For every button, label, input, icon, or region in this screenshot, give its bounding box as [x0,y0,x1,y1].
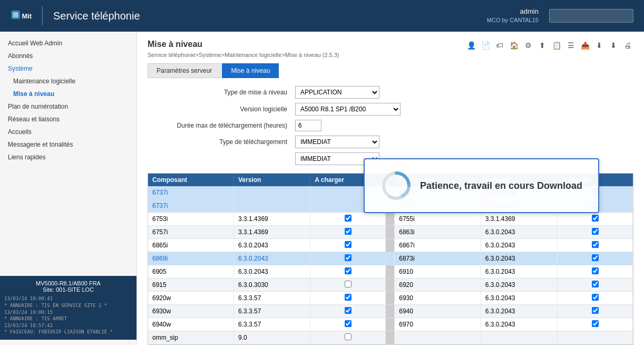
left-ver-2: 3.3.1.4369 [234,213,310,226]
sidebar-item-maintenance[interactable]: Maintenance logicielle [0,75,136,88]
checkbox-right-8[interactable] [592,294,599,301]
checkbox-right-2[interactable] [592,215,599,222]
checkbox-right-7[interactable] [592,281,599,287]
left-cb-5[interactable] [310,252,386,265]
left-comp-1: 6737i [148,199,234,213]
left-cb-10[interactable] [310,318,386,331]
home-icon[interactable]: 🏠 [508,40,520,51]
upload-icon[interactable]: ⬆ [536,40,548,51]
checkbox-right-3[interactable] [592,228,599,235]
toolbar-icons: 👤 📄 🏷 🏠 ⚙ ⬆ 📋 ☰ 📤 ⬇ ⬇ 🖨 [465,40,633,51]
right-cb-5[interactable] [558,252,633,265]
sidebar-item-abonnes[interactable]: Abonnés [0,50,136,62]
user-icon[interactable]: 👤 [465,40,477,51]
left-cb-9[interactable] [310,305,386,318]
left-cb-6[interactable] [310,265,386,279]
right-cb-9[interactable] [558,305,633,318]
doc-icon[interactable]: 📄 [480,40,491,51]
user-info: admin MCO by CANTAL15 [487,7,539,25]
sidebar-item-plan[interactable]: Plan de numérotation [0,100,136,113]
right-cb-2[interactable] [558,213,633,226]
checkbox-right-5[interactable] [592,254,599,261]
checkbox-left-2[interactable] [345,215,352,222]
left-ver-5: 6.3.0.2043 [234,252,310,265]
control-duree [295,120,321,131]
sidebar-item-liens[interactable]: Liens rapides [0,151,136,164]
select-version-logicielle[interactable]: A5000 R8.1 SP1 /B200 [295,103,401,116]
tab-mise-a-niveau[interactable]: Mise à niveau [222,63,279,78]
log-entries: 13/03/24 19:00:41 * ANNUAIRE : TIS EN SE… [4,295,132,336]
right-cb-7[interactable] [558,279,633,292]
list-icon[interactable]: ☰ [565,40,577,51]
export-icon[interactable]: 📤 [579,40,591,51]
left-cb-2[interactable] [310,213,386,226]
right-cb-10[interactable] [558,318,633,331]
right-comp-6: 6910 [395,265,481,279]
download2-icon[interactable]: ⬇ [608,40,619,51]
form-row-duree: Durée max de téléchargement (heures) [148,120,633,131]
settings-icon[interactable]: ⚙ [522,40,534,51]
sidebar-item-reseau[interactable]: Réseau et liaisons [0,113,136,126]
left-comp-3: 6757i [148,226,234,239]
left-ver-1 [234,199,310,213]
label-type: Type de mise à niveau [148,89,295,96]
left-cb-11[interactable] [310,331,386,344]
left-cb-3[interactable] [310,226,386,239]
print-icon[interactable]: 🖨 [622,40,633,51]
sidebar-item-mise-a-niveau[interactable]: Mise à niveau [0,88,136,100]
form-row-version: Version logicielle A5000 R8.1 SP1 /B200 [148,103,633,116]
checkbox-right-10[interactable] [592,320,599,327]
select-type-telechargement[interactable]: IMMEDIAT [295,136,379,148]
right-cb-6[interactable] [558,265,633,279]
right-comp-7: 6920 [395,279,481,292]
left-comp-8: 6920w [148,292,234,305]
right-cb-3[interactable] [558,226,633,239]
right-cb-8[interactable] [558,292,633,305]
input-duree[interactable] [295,120,321,131]
right-ver-4: 6.3.0.2043 [481,239,557,252]
left-ver-6: 6.3.0.2043 [234,265,310,279]
checkbox-left-8[interactable] [345,294,352,301]
checkbox-left-4[interactable] [345,241,352,248]
download-icon[interactable]: ⬇ [593,40,605,51]
left-cb-8[interactable] [310,292,386,305]
left-comp-10: 6940w [148,318,234,331]
left-comp-11: omm_sip [148,331,234,344]
sidebar-item-systeme[interactable]: Système [0,62,136,75]
right-ver-6: 6.3.0.2043 [481,265,557,279]
checkbox-left-5[interactable] [345,254,352,261]
sidebar-item-accueil[interactable]: Accueil Web Admin [0,37,136,50]
svg-rect-1 [13,12,18,17]
tabs: Paramètres serveur Mise à niveau [148,63,633,78]
control-type: APPLICATION [295,86,379,99]
sidebar-item-accueils[interactable]: Accueils [0,126,136,138]
left-ver-11: 9.0 [234,331,310,344]
checkbox-right-4[interactable] [592,241,599,248]
form-row-telecharge: Type de téléchargement IMMEDIAT [148,136,633,148]
main-layout: Accueil Web Admin Abonnés Système Mainte… [0,32,644,345]
checkbox-left-6[interactable] [345,267,352,274]
checkbox-left-3[interactable] [345,228,352,235]
left-cb-4[interactable] [310,239,386,252]
header-search-input[interactable] [549,9,633,23]
left-ver-0 [234,186,310,199]
right-comp-8: 6930 [395,292,481,305]
right-ver-5: 6.3.0.2043 [481,252,557,265]
sidebar-item-messagerie[interactable]: Messagerie et tonalités [0,138,136,151]
label-telecharge: Type de téléchargement [148,138,295,146]
checkbox-left-7[interactable] [345,281,352,287]
checkbox-right-9[interactable] [592,307,599,314]
copy-icon[interactable]: 📋 [551,40,562,51]
checkbox-left-11[interactable] [345,333,352,340]
checkbox-left-10[interactable] [345,320,352,327]
left-cb-7[interactable] [310,279,386,292]
select-type-mise-a-niveau[interactable]: APPLICATION [295,86,379,99]
checkbox-left-9[interactable] [345,307,352,314]
tag-icon[interactable]: 🏷 [494,40,505,51]
checkbox-right-6[interactable] [592,267,599,274]
app-title: Service téléphonie [53,10,140,22]
tab-parametres[interactable]: Paramètres serveur [148,63,221,78]
breadcrumb: Service téléphonie>Système>Maintenance l… [148,52,633,58]
right-cb-4[interactable] [558,239,633,252]
col-composant-left: Composant [148,174,234,186]
